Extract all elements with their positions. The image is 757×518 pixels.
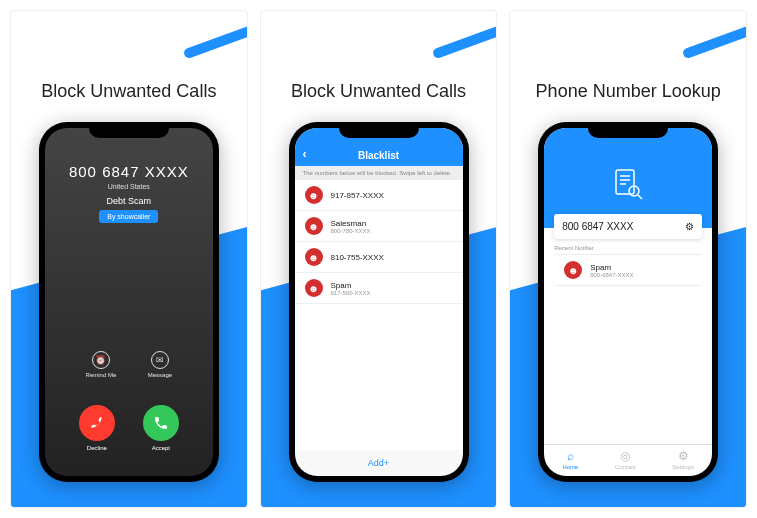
incoming-location: United States bbox=[108, 183, 150, 190]
search-icon: ⌕ bbox=[567, 449, 574, 463]
promo-panel-1: Block Unwanted Calls 800 6847 XXXX Unite… bbox=[10, 10, 248, 508]
accent-stripe bbox=[432, 23, 497, 60]
spam-icon: ☻ bbox=[564, 261, 582, 279]
caller-id-badge[interactable]: By showcaller bbox=[99, 210, 158, 223]
tab-home[interactable]: ⌕ Home bbox=[562, 449, 578, 470]
svg-rect-0 bbox=[616, 170, 634, 194]
tab-settings[interactable]: ⚙ Settings bbox=[672, 449, 694, 470]
block-icon: ☻ bbox=[305, 279, 323, 297]
phone-notch bbox=[588, 122, 668, 138]
incoming-tag: Debt Scam bbox=[107, 196, 152, 206]
incoming-number: 800 6847 XXXX bbox=[69, 163, 189, 180]
block-icon: ☻ bbox=[305, 186, 323, 204]
section-header: Recent Notifier bbox=[544, 239, 712, 254]
shield-icon: ◎ bbox=[620, 449, 630, 463]
document-search-icon bbox=[613, 168, 643, 202]
phone-icon bbox=[143, 405, 179, 441]
nav-title: Blacklist bbox=[358, 150, 399, 161]
hint-text: The numbers below will be blocked. Swipe… bbox=[295, 166, 463, 180]
list-item[interactable]: ☻ 917-857-XXXX bbox=[295, 180, 463, 211]
result-row[interactable]: ☻ Spam 800-6847-XXXX bbox=[554, 254, 702, 286]
list-item[interactable]: ☻ Spam 917-500-XXXX bbox=[295, 273, 463, 304]
phone-down-icon bbox=[79, 405, 115, 441]
accent-stripe bbox=[182, 23, 247, 60]
panel-title: Block Unwanted Calls bbox=[41, 81, 216, 102]
phone-notch bbox=[89, 122, 169, 138]
accept-button[interactable]: Accept bbox=[143, 405, 179, 451]
phone-frame: 800 6847 XXXX ⚙ Recent Notifier ☻ Spam 8… bbox=[538, 122, 718, 482]
alarm-icon: ⏰ bbox=[92, 351, 110, 369]
svg-line-5 bbox=[638, 195, 642, 199]
back-button[interactable]: ‹ bbox=[303, 147, 307, 161]
phone-frame: 800 6847 XXXX United States Debt Scam By… bbox=[39, 122, 219, 482]
lookup-header bbox=[544, 128, 712, 228]
panel-title: Phone Number Lookup bbox=[536, 81, 721, 102]
panel-title: Block Unwanted Calls bbox=[291, 81, 466, 102]
promo-panel-2: Block Unwanted Calls ‹ Blacklist The num… bbox=[260, 10, 498, 508]
tab-contact[interactable]: ◎ Contact bbox=[615, 449, 636, 470]
decline-button[interactable]: Decline bbox=[79, 405, 115, 451]
list-item[interactable]: ☻ 810-755-XXXX bbox=[295, 242, 463, 273]
blacklist-screen: ‹ Blacklist The numbers below will be bl… bbox=[295, 128, 463, 476]
tab-bar: ⌕ Home ◎ Contact ⚙ Settings bbox=[544, 444, 712, 476]
accent-stripe bbox=[682, 23, 747, 60]
add-button[interactable]: Add+ bbox=[295, 450, 463, 476]
search-query: 800 6847 XXXX bbox=[562, 221, 633, 232]
lookup-screen: 800 6847 XXXX ⚙ Recent Notifier ☻ Spam 8… bbox=[544, 128, 712, 476]
phone-frame: ‹ Blacklist The numbers below will be bl… bbox=[289, 122, 469, 482]
search-input[interactable]: 800 6847 XXXX ⚙ bbox=[554, 214, 702, 239]
gear-icon[interactable]: ⚙ bbox=[685, 221, 694, 232]
call-screen: 800 6847 XXXX United States Debt Scam By… bbox=[45, 128, 213, 476]
message-button[interactable]: ✉ Message bbox=[148, 351, 172, 378]
message-icon: ✉ bbox=[151, 351, 169, 369]
promo-panel-3: Phone Number Lookup 800 6847 XXXX ⚙ bbox=[509, 10, 747, 508]
phone-notch bbox=[339, 122, 419, 138]
block-icon: ☻ bbox=[305, 248, 323, 266]
gear-icon: ⚙ bbox=[678, 449, 689, 463]
block-icon: ☻ bbox=[305, 217, 323, 235]
blacklist-list[interactable]: ☻ 917-857-XXXX ☻ Salesman 800-780-XXXX ☻ bbox=[295, 180, 463, 450]
remind-me-button[interactable]: ⏰ Remind Me bbox=[86, 351, 117, 378]
list-item[interactable]: ☻ Salesman 800-780-XXXX bbox=[295, 211, 463, 242]
